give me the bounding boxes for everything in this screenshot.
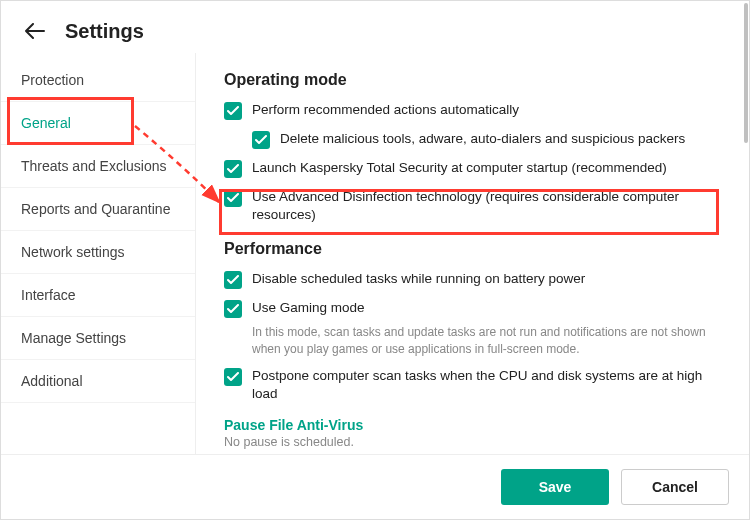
checkbox-icon: [224, 368, 242, 386]
checkbox-row[interactable]: Use Gaming mode: [224, 299, 721, 318]
scrollbar[interactable]: [743, 1, 749, 519]
checkbox-icon: [224, 160, 242, 178]
checkbox-icon: [224, 300, 242, 318]
sidebar: Protection General Threats and Exclusion…: [1, 53, 196, 454]
checkbox-row[interactable]: Delete malicious tools, adware, auto-dia…: [252, 130, 721, 149]
section-title-performance: Performance: [224, 240, 721, 258]
checkbox-label: Delete malicious tools, adware, auto-dia…: [280, 130, 685, 148]
cancel-button[interactable]: Cancel: [621, 469, 729, 505]
checkbox-row[interactable]: Disable scheduled tasks while running on…: [224, 270, 721, 289]
sidebar-item-additional[interactable]: Additional: [1, 360, 195, 403]
checkbox-label: Launch Kaspersky Total Security at compu…: [252, 159, 667, 177]
checkbox-label: Postpone computer scan tasks when the CP…: [252, 367, 721, 403]
sidebar-item-reports[interactable]: Reports and Quarantine: [1, 188, 195, 231]
back-button[interactable]: [23, 19, 47, 43]
sidebar-item-network[interactable]: Network settings: [1, 231, 195, 274]
content-panel: Operating mode Perform recommended actio…: [196, 53, 749, 454]
checkbox-icon: [224, 271, 242, 289]
checkbox-label: Use Gaming mode: [252, 299, 365, 317]
save-button[interactable]: Save: [501, 469, 609, 505]
section-title-operating: Operating mode: [224, 71, 721, 89]
checkbox-desc: In this mode, scan tasks and update task…: [252, 324, 721, 356]
checkbox-row[interactable]: Perform recommended actions automaticall…: [224, 101, 721, 120]
sidebar-item-threats[interactable]: Threats and Exclusions: [1, 145, 195, 188]
checkbox-row[interactable]: Postpone computer scan tasks when the CP…: [224, 367, 721, 403]
checkbox-icon: [224, 189, 242, 207]
arrow-left-icon: [25, 23, 45, 39]
checkbox-icon: [252, 131, 270, 149]
checkbox-label: Disable scheduled tasks while running on…: [252, 270, 585, 288]
scrollbar-thumb[interactable]: [744, 3, 748, 143]
page-title: Settings: [65, 20, 144, 43]
checkbox-label: Use Advanced Disinfection technology (re…: [252, 188, 721, 224]
checkbox-label: Perform recommended actions automaticall…: [252, 101, 519, 119]
checkbox-icon: [224, 102, 242, 120]
checkbox-row-advanced-disinfection[interactable]: Use Advanced Disinfection technology (re…: [224, 188, 721, 224]
sidebar-item-interface[interactable]: Interface: [1, 274, 195, 317]
sidebar-item-general[interactable]: General: [1, 102, 195, 145]
checkbox-row[interactable]: Launch Kaspersky Total Security at compu…: [224, 159, 721, 178]
sidebar-item-manage[interactable]: Manage Settings: [1, 317, 195, 360]
pause-link[interactable]: Pause File Anti-Virus: [224, 417, 721, 433]
pause-desc: No pause is scheduled.: [224, 435, 721, 449]
sidebar-item-protection[interactable]: Protection: [1, 59, 195, 102]
